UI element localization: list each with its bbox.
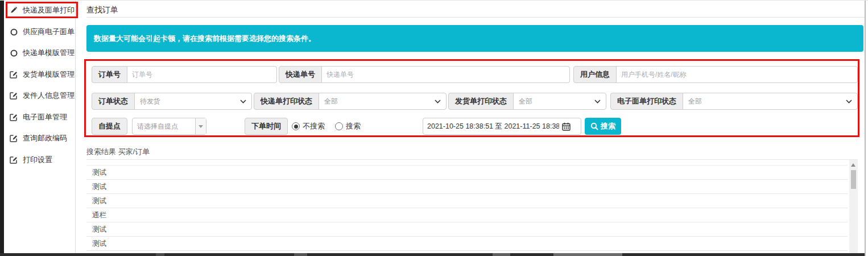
pickup-point-label: 自提点 [92,118,127,135]
radio-icon [335,122,343,130]
express-print-status-label: 快递单打印状态 [254,93,319,110]
radio-no-search[interactable]: 不搜索 [292,121,325,131]
search-button[interactable]: 搜索 [585,118,621,135]
sidebar-item-label: 发件人信息管理 [23,90,75,101]
sidebar-item-express-template[interactable]: 快递单模版管理 [10,48,75,58]
invoice-print-status-label: 发货单打印状态 [448,93,514,110]
page-title: 查找订单 [86,5,118,15]
pencil-icon [10,6,18,14]
sidebar-item-sender-info[interactable]: 发件人信息管理 [10,90,75,101]
pickup-point-value: 请选择自提点 [133,118,195,134]
results-list: 测试 测试 测试 通栏 测试 测试 [86,165,848,251]
eorder-print-status-select[interactable]: 全部 [683,93,858,110]
eorder-print-status-value: 全部 [688,97,702,106]
scrollbar-thumb[interactable] [851,170,856,189]
divider [86,17,865,18]
eorder-print-status-group: 电子面单打印状态 全部 [610,93,858,110]
window-bottom-strip [0,253,865,256]
tracking-no-input[interactable] [321,66,570,83]
date-range-field [423,118,581,135]
order-status-group: 订单状态 待发货 [92,93,252,110]
user-info-input[interactable] [616,66,858,83]
sidebar-item-supplier-eorder[interactable]: 供应商电子面单 [10,27,75,37]
sidebar-item-label: 打印设置 [23,155,52,165]
chevron-down-icon [846,100,852,104]
sidebar-item-express-waybill-print[interactable]: 快递及面单打印 [10,5,75,15]
order-time-label: 下单时间 [245,118,288,135]
radio-search[interactable]: 搜索 [335,121,361,131]
sidebar-item-postcode-query[interactable]: 查询邮政编码 [10,133,67,143]
sidebar-item-invoice-template[interactable]: 发货单模版管理 [10,69,75,80]
edit-icon [10,156,18,164]
result-row[interactable]: 通栏 [86,208,848,222]
sidebar-item-eorder-manage[interactable]: 电子面单管理 [10,112,67,122]
sidebar: 快递及面单打印 供应商电子面单 快递单模版管理 发货单模版管理 发件人信息管理 [4,1,76,253]
results-heading: 搜索结果 买家/订单 [86,147,150,157]
scroll-up-icon[interactable] [851,163,855,167]
result-row[interactable]: 测试 [86,194,848,208]
date-range-input[interactable] [427,122,559,130]
window-edge-strip [865,1,866,256]
order-no-group: 订单号 [92,66,277,83]
express-print-status-group: 快递单打印状态 全部 [254,93,447,110]
invoice-print-status-select[interactable]: 全部 [513,93,606,110]
radio-icon [292,122,300,130]
divider [86,159,858,160]
express-print-status-select[interactable]: 全部 [319,93,447,110]
calendar-icon[interactable] [562,122,571,131]
order-status-select[interactable]: 待发货 [134,93,252,110]
order-time-radios: 不搜索 搜索 [292,118,361,135]
search-icon [590,122,598,130]
result-row[interactable]: 测试 [86,166,848,180]
circle-icon [10,28,18,36]
info-alert: 数据量大可能会引起卡顿，请在搜索前根据需要选择您的搜索条件。 [86,25,863,52]
pickup-point-label-group: 自提点 [92,118,127,135]
sidebar-item-label: 快递及面单打印 [23,5,75,15]
invoice-print-status-group: 发货单打印状态 全部 [448,93,606,110]
edit-icon [10,113,18,121]
sidebar-item-label: 电子面单管理 [23,112,67,122]
sidebar-item-label: 查询邮政编码 [23,133,67,143]
dropdown-arrow-icon [195,118,206,134]
result-row[interactable]: 测试 [86,237,848,251]
user-info-label: 用户信息 [573,66,617,83]
invoice-print-status-value: 全部 [519,97,532,106]
search-button-label: 搜索 [601,121,615,131]
sidebar-item-label: 快递单模版管理 [23,48,75,58]
chevron-down-icon [435,100,441,104]
user-info-group: 用户信息 [573,66,858,83]
sidebar-item-label: 发货单模版管理 [23,69,75,80]
order-no-label: 订单号 [92,66,127,83]
result-row[interactable]: 测试 [86,222,848,237]
radio-label: 搜索 [346,121,361,131]
edit-icon [10,92,18,100]
tracking-no-group: 快递单号 [279,66,570,83]
edit-icon [10,71,18,79]
radio-label: 不搜索 [303,121,325,131]
app-window: 快递及面单打印 供应商电子面单 快递单模版管理 发货单模版管理 发件人信息管理 [0,0,868,256]
chevron-down-icon [240,100,246,104]
result-row[interactable]: 测试 [86,180,848,194]
sidebar-item-label: 供应商电子面单 [23,27,75,37]
tracking-no-label: 快递单号 [279,66,322,83]
express-print-status-value: 全部 [324,97,338,106]
edit-icon [10,134,18,142]
search-form: 订单号 快递单号 用户信息 订单状态 待发货 快递单打印状态 全部 [84,59,859,137]
order-no-input[interactable] [127,66,277,83]
window-edge-strip [0,1,4,253]
order-status-label: 订单状态 [92,93,135,110]
circle-icon [10,49,18,57]
eorder-print-status-label: 电子面单打印状态 [610,93,683,110]
sidebar-item-print-settings[interactable]: 打印设置 [10,155,52,165]
pickup-point-select[interactable]: 请选择自提点 [132,118,206,135]
chevron-down-icon [594,100,601,104]
order-status-value: 待发货 [140,97,160,106]
results-scrollbar[interactable] [849,160,858,253]
